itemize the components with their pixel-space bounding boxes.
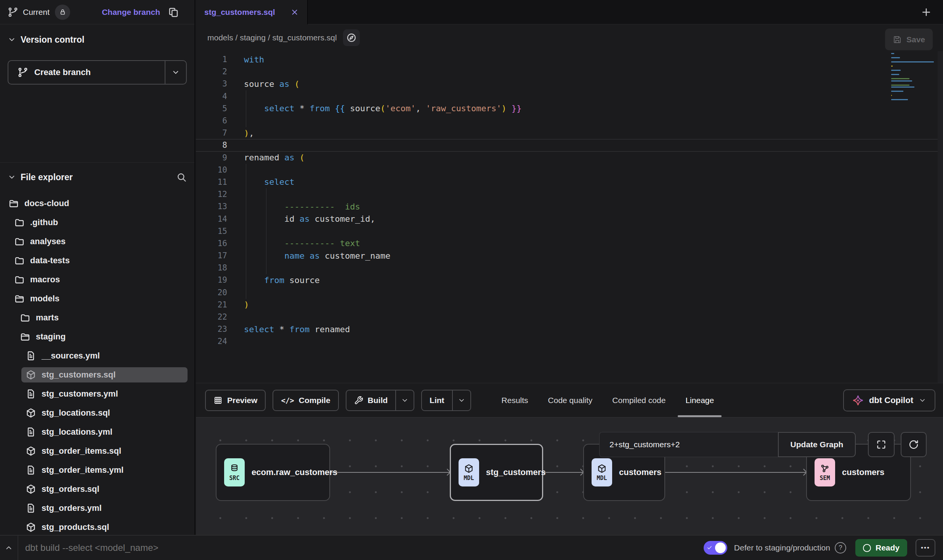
- new-tab-button[interactable]: [919, 5, 934, 20]
- file-name: stg_order_items.yml: [42, 465, 123, 475]
- code-line-17: 17 name as customer_name: [196, 250, 938, 262]
- preview-button[interactable]: Preview: [205, 390, 266, 411]
- code-line-18: 18: [196, 262, 938, 274]
- file-model-icon: [26, 370, 36, 380]
- file-tree-item-stg-products-sql[interactable]: stg_products.sql: [0, 518, 194, 535]
- code-editor[interactable]: 1with23source as (45 select * from {{ so…: [196, 51, 943, 383]
- tab-results[interactable]: Results: [492, 383, 538, 417]
- copy-icon[interactable]: [168, 6, 179, 18]
- file-tree-item-stg-customers-yml[interactable]: stg_customers.yml: [0, 384, 194, 403]
- panel-tabs: Results Code quality Compiled code Linea…: [492, 383, 724, 417]
- file-tree-item-stg-orders-yml[interactable]: stg_orders.yml: [0, 499, 194, 518]
- file-doc-icon: [26, 427, 36, 437]
- save-label: Save: [906, 35, 925, 44]
- code-line-11: 11 select: [196, 176, 938, 188]
- create-branch-button[interactable]: Create branch: [8, 60, 187, 85]
- branch-bar: Current Change branch: [0, 0, 194, 24]
- status-bar: Defer to staging/production ? Ready •••: [0, 535, 943, 560]
- refresh-button[interactable]: [901, 432, 927, 457]
- ready-status-button[interactable]: Ready: [855, 539, 907, 557]
- lineage-selector-input[interactable]: [599, 432, 778, 457]
- folder-icon: [20, 312, 30, 323]
- build-label: Build: [368, 396, 388, 405]
- lineage-canvas[interactable]: SRC ecom.raw_customers MDL stg_customers…: [196, 417, 943, 535]
- file-tree-item-stg-orders-sql[interactable]: stg_orders.sql: [0, 480, 194, 499]
- file-tree-item-data-tests[interactable]: data-tests: [0, 251, 194, 270]
- build-button[interactable]: Build: [346, 390, 415, 411]
- file-tree-item-marts[interactable]: marts: [0, 308, 194, 327]
- dbt-copilot-button[interactable]: dbt Copilot: [843, 389, 935, 411]
- fullscreen-button[interactable]: [868, 432, 895, 457]
- file-name: data-tests: [30, 256, 70, 266]
- file-tree-item-stg-customers-sql[interactable]: stg_customers.sql: [0, 365, 194, 384]
- chevron-down-icon: [919, 397, 926, 404]
- lint-button[interactable]: Lint: [421, 390, 471, 411]
- divider: [18, 536, 18, 560]
- more-options-button[interactable]: •••: [916, 539, 935, 557]
- chevron-down-icon: [8, 35, 16, 44]
- update-graph-button[interactable]: Update Graph: [778, 432, 856, 457]
- tab-compiled-code[interactable]: Compiled code: [602, 383, 675, 417]
- file-tree-item-stg-order-items-sql[interactable]: stg_order_items.sql: [0, 442, 194, 461]
- file-doc-icon: [26, 389, 36, 399]
- breadcrumb: models / staging / stg_customers.sql: [207, 33, 337, 42]
- create-branch-label: Create branch: [34, 67, 91, 77]
- ready-label: Ready: [876, 543, 900, 552]
- file-tree-item-docs-cloud[interactable]: docs-cloud: [0, 194, 194, 213]
- sidebar: Current Change branch Version control: [0, 0, 195, 535]
- file-tree-item-staging[interactable]: staging: [0, 327, 194, 346]
- lineage-edge: [330, 472, 450, 473]
- file-name: stg_customers.yml: [42, 389, 118, 399]
- lineage-node-ecom-raw-customers[interactable]: SRC ecom.raw_customers: [216, 444, 330, 501]
- file-tree-item-stg-locations-sql[interactable]: stg_locations.sql: [0, 403, 194, 422]
- search-icon[interactable]: [176, 172, 187, 182]
- change-branch-link[interactable]: Change branch: [102, 8, 160, 17]
- chevron-up-icon[interactable]: [0, 536, 18, 560]
- file-explorer-title: File explorer: [21, 172, 73, 182]
- minimap[interactable]: [890, 53, 936, 114]
- save-icon: [893, 35, 902, 44]
- create-branch-dropdown[interactable]: [165, 61, 186, 84]
- version-control-header[interactable]: Version control: [8, 33, 187, 46]
- tab-stg-customers-sql[interactable]: stg_customers.sql: [196, 0, 308, 24]
- semantic-badge: SEM: [815, 458, 835, 486]
- tab-lineage[interactable]: Lineage: [675, 383, 724, 417]
- file-tree-item-models[interactable]: models: [0, 289, 194, 308]
- compass-icon[interactable]: [343, 29, 360, 46]
- file-name: macros: [30, 275, 60, 285]
- file-tree-item-stg-locations-yml[interactable]: stg_locations.yml: [0, 422, 194, 442]
- defer-toggle[interactable]: [704, 541, 727, 555]
- lint-dropdown[interactable]: [453, 390, 470, 410]
- lineage-node-stg-customers[interactable]: MDL stg_customers: [450, 444, 543, 501]
- build-dropdown[interactable]: [396, 390, 414, 410]
- file-tree: docs-cloud.githubanalysesdata-testsmacro…: [0, 194, 194, 535]
- code-line-20: 20: [196, 286, 938, 299]
- refresh-icon: [908, 439, 919, 450]
- cube-icon: [464, 464, 474, 474]
- file-name: stg_order_items.sql: [42, 446, 121, 456]
- save-button[interactable]: Save: [885, 29, 933, 50]
- code-icon: </>: [281, 396, 294, 405]
- command-input[interactable]: [25, 542, 368, 553]
- tab-code-quality[interactable]: Code quality: [538, 383, 603, 417]
- code-line-24: 24: [196, 335, 938, 347]
- version-control-title: Version control: [21, 35, 84, 45]
- close-icon[interactable]: [290, 8, 299, 16]
- file-name: models: [30, 294, 59, 304]
- file-explorer-section: File explorer docs-cloud.githubanalysesd…: [0, 162, 194, 535]
- file-tree-item--sources-yml[interactable]: __sources.yml: [0, 346, 194, 365]
- dbt-copilot-icon: [852, 395, 864, 406]
- help-icon[interactable]: ?: [835, 542, 846, 554]
- file-tree-item--github[interactable]: .github: [0, 213, 194, 232]
- code-line-3: 3source as (: [196, 78, 938, 90]
- current-branch-label: Current: [23, 8, 50, 17]
- file-tree-item-macros[interactable]: macros: [0, 270, 194, 289]
- folder-open-icon: [20, 331, 30, 342]
- file-explorer-header[interactable]: File explorer: [0, 170, 194, 185]
- code-line-1: 1with: [196, 53, 938, 66]
- compile-button[interactable]: </> Compile: [273, 390, 338, 411]
- code-line-14: 14 id as customer_id,: [196, 213, 938, 225]
- file-tree-item-analyses[interactable]: analyses: [0, 232, 194, 251]
- file-name: stg_locations.sql: [42, 408, 110, 418]
- file-tree-item-stg-order-items-yml[interactable]: stg_order_items.yml: [0, 461, 194, 480]
